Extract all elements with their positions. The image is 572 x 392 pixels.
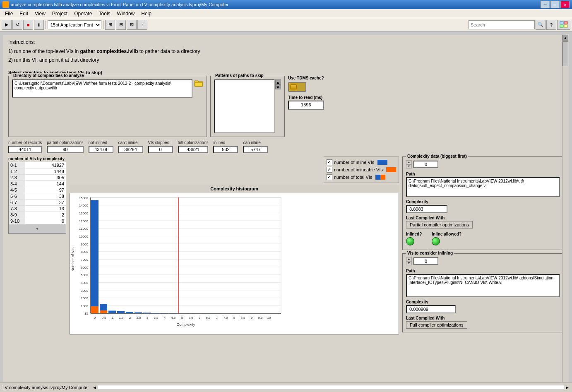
main-scrollbar-v[interactable]: ▲ ▼ (562, 35, 569, 382)
menu-file[interactable]: File (2, 10, 16, 17)
partial-opt-group: partial optimizations 90 (47, 140, 83, 153)
vis-consider-spinner-down[interactable]: ▼ (406, 261, 412, 265)
legend-checkbox-2[interactable]: ✓ (327, 167, 332, 173)
legend-checkbox-3[interactable]: ✓ (327, 174, 332, 180)
dir-input-row: C:\Users\gstoll\Documents\LabVIEW VIs\fr… (12, 79, 203, 98)
list-item: 5-638 (9, 193, 66, 200)
svg-rect-5 (195, 81, 198, 82)
menu-bar: File Edit View Project Operate Tools Win… (0, 9, 572, 18)
minimize-button[interactable]: ─ (541, 1, 550, 8)
reorder-button[interactable]: ⋮ (137, 20, 147, 30)
help-button[interactable]: ? (546, 20, 556, 30)
vis-skipped-label: VIs skipped (148, 140, 173, 145)
search-input[interactable] (469, 20, 535, 29)
vis-consider-spinner-buttons: ▲ ▼ (406, 257, 412, 265)
context-help-button[interactable] (557, 20, 570, 30)
complexity-value-label: Complexity (406, 200, 560, 204)
complexity-spinner-value[interactable]: 0 (413, 161, 438, 168)
top-row: Directory of complexities to analyze C:\… (5, 76, 567, 140)
svg-rect-46 (100, 310, 107, 313)
list-item: 8-92 (9, 212, 66, 218)
inlined-led (406, 237, 414, 245)
status-scrollbar[interactable] (98, 385, 564, 390)
main-scroll-up[interactable]: ▲ (562, 35, 568, 41)
svg-rect-47 (108, 310, 116, 313)
menu-window[interactable]: Window (114, 10, 138, 17)
title-text: analyze complexities.lvlib:analyze compl… (11, 2, 540, 7)
tdms-label: Use TDMS cache? (288, 76, 324, 80)
pause-button[interactable]: ⏸ (34, 20, 44, 30)
font-selector[interactable]: 15pt Application Font (48, 20, 101, 29)
complexity-spinner-up[interactable]: ▲ (406, 160, 412, 164)
cant-inline-group: can't inline 38264 (118, 140, 143, 153)
inlined-label: inlined (213, 140, 238, 145)
cant-inline-label: can't inline (118, 140, 143, 145)
range-cell: 3-4 (9, 181, 25, 187)
legend-item-1: ✓ number of inline VIs (327, 159, 396, 165)
svg-text:15000: 15000 (79, 196, 89, 200)
status-scroll-left[interactable]: ◄ (92, 385, 97, 390)
legend-checkbox-1[interactable]: ✓ (327, 159, 332, 165)
status-scroll-right[interactable]: ► (565, 385, 570, 390)
maximize-button[interactable]: □ (550, 1, 560, 8)
tdms-section: Use TDMS cache? Time to read (ms) 1596 (288, 76, 324, 137)
abort-button[interactable]: ■ (23, 20, 33, 30)
scrollbar-up-arrow[interactable]: ▲ (275, 79, 281, 84)
complexity-spinner-down[interactable]: ▼ (406, 164, 412, 168)
svg-text:10: 10 (267, 316, 271, 320)
search-button[interactable]: 🔍 (536, 20, 546, 30)
svg-text:4: 4 (164, 316, 166, 320)
svg-text:0.5: 0.5 (101, 316, 106, 320)
vis-complexity-label: Complexity (406, 300, 560, 304)
legend-label-2: number of inlineable VIs (334, 167, 383, 172)
svg-text:3000: 3000 (81, 289, 88, 293)
run-arrow-button[interactable]: ▶ (2, 20, 12, 30)
complexity-data-label: Complexity data (biggest first) (406, 154, 468, 159)
vis-skipped-group: VIs skipped 0 (148, 140, 173, 153)
vis-consider-spinner-up[interactable]: ▲ (406, 257, 412, 261)
menu-operate[interactable]: Operate (71, 10, 95, 17)
complexity-path-box: C:\Program Files\National Instruments\La… (406, 177, 560, 197)
menu-view[interactable]: View (31, 10, 49, 17)
menu-tools[interactable]: Tools (96, 10, 114, 17)
legend-color-2 (386, 167, 396, 172)
separator-1 (46, 21, 46, 29)
distribute-button[interactable]: ⊟ (116, 20, 126, 30)
patterns-list[interactable] (214, 79, 281, 133)
vis-consider-spinner-value[interactable]: 0 (413, 257, 438, 265)
directory-path-box[interactable]: C:\Users\gstoll\Documents\LabVIEW VIs\fr… (12, 79, 192, 98)
legend-color-3 (375, 175, 385, 180)
tdms-toggle[interactable] (288, 82, 306, 92)
vi-complexity-scroll-area[interactable]: ▼ (9, 224, 66, 233)
count-cell: 144 (25, 181, 66, 187)
menu-edit[interactable]: Edit (16, 10, 31, 17)
main-panel: Instructions: 1) run one of the top-leve… (0, 31, 572, 382)
resize-button[interactable]: ⊠ (127, 20, 137, 30)
num-records-group: number of records 44011 (8, 140, 42, 153)
menu-project[interactable]: Project (49, 10, 71, 17)
svg-text:13000: 13000 (79, 212, 89, 215)
count-cell: 0 (25, 218, 66, 224)
svg-text:14000: 14000 (79, 204, 89, 207)
svg-rect-2 (560, 25, 563, 27)
svg-text:9: 9 (251, 316, 253, 320)
list-item: 3-4144 (9, 181, 66, 187)
menu-help[interactable]: Help (138, 10, 155, 17)
patterns-scrollbar[interactable]: ▲ ▼ (274, 79, 281, 133)
svg-rect-3 (564, 25, 567, 27)
close-button[interactable]: ✕ (560, 1, 570, 8)
run-continuously-button[interactable]: ↺ (12, 20, 22, 30)
svg-text:6: 6 (199, 316, 201, 320)
scrollbar-down-arrow[interactable]: ▼ (275, 84, 281, 89)
svg-text:6.5: 6.5 (206, 316, 211, 320)
svg-text:1000: 1000 (81, 304, 88, 308)
cant-inline-value: 38264 (118, 146, 143, 153)
range-cell: 6-7 (9, 200, 25, 205)
patterns-area: ▲ ▼ (214, 79, 281, 133)
browse-folder-button[interactable] (194, 79, 203, 88)
main-scroll-thumb[interactable] (562, 41, 568, 66)
can-inline-label: can inline (243, 140, 268, 145)
count-cell: 2 (25, 212, 66, 218)
range-cell: 0-1 (9, 162, 25, 168)
align-button[interactable]: ⊞ (105, 20, 115, 30)
